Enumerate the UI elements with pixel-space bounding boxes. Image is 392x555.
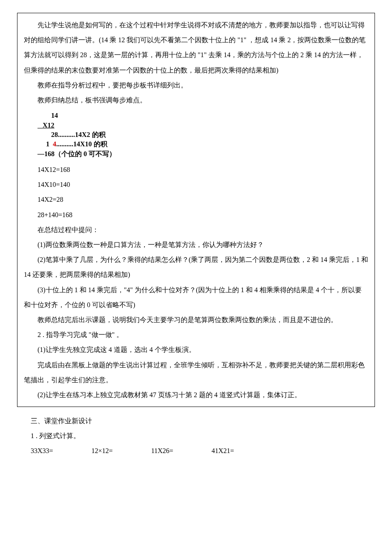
paragraph: 2 . 指导学习完成 "做一做" 。 [24, 327, 368, 342]
exercise-item: 11X26= [151, 443, 173, 458]
paragraph: (2)笔算中乘了几层，为什么？乘得的结果怎么样？(乘了两层，因为第二个因数是两位… [24, 252, 368, 282]
calc-segment: 1 [37, 140, 53, 148]
equation: 28+140=168 [24, 207, 368, 222]
calc-multiplier-underline: X12 [37, 122, 55, 129]
exercise-item: 12×12= [92, 443, 113, 458]
calc-line: 1 4..........14X10 的积 [37, 139, 368, 149]
highlighted-digit: 4 [53, 140, 56, 148]
equation: 14X10=140 [24, 177, 368, 192]
calc-line: 28..........14X2 的积 [37, 130, 368, 139]
lesson-content-box: 先让学生说他是如何写的，在这个过程中针对学生说得不对或不清楚的地方，教师要加以指… [17, 13, 375, 407]
exercise-item: 33X33= [31, 443, 53, 458]
paragraph: 在总结过程中提问： [24, 222, 368, 237]
calc-line: —168（个位的 0 可不写） [37, 149, 368, 159]
paragraph: 完成后由在黑板上做题的学生说出计算过程，全班学生倾听，互相弥补不足，教师要把关键… [24, 357, 368, 387]
paragraph: (1)让学生先独立完成这 4 道题，选出 4 个学生板演。 [24, 342, 368, 357]
exercise-row: 33X33= 12×12= 11X26= 41X21= [31, 443, 375, 458]
equation: 14X12=168 [24, 162, 368, 177]
paragraph: 教师在指导分析过程中，要把每步板书详细列出。 [24, 78, 368, 93]
section-heading: 三、课堂作业新设计 [17, 413, 375, 428]
paragraph: 教师总结完后出示课题，说明我们今天主要学习的是笔算两位数乘两位数的乘法，而且是不… [24, 312, 368, 327]
paragraph: (3)十位上的 1 和 14 乘完后，"4" 为什么和十位对齐？(因为十位上的 … [24, 282, 368, 312]
vertical-calculation: 14 X12 28..........14X2 的积 1 4..........… [37, 111, 368, 159]
paragraph: (1)两位数乘两位数一种是口算方法，一种是笔算方法，你认为哪种方法好？ [24, 237, 368, 252]
paragraph: 教师归纳总结，板书强调每步难点。 [24, 93, 368, 108]
calc-segment: ..........14X10 的积 [56, 140, 107, 148]
calc-line: 14 [37, 111, 368, 120]
paragraph: 先让学生说他是如何写的，在这个过程中针对学生说得不对或不清楚的地方，教师要加以指… [24, 17, 368, 78]
calc-line: X12 [37, 121, 368, 130]
paragraph: 1 . 列竖式计算。 [17, 428, 375, 443]
paragraph: (2)让学生在练习本上独立完成教材第 47 页练习十第 2 题的 4 道竖式计算… [24, 387, 368, 402]
exercise-item: 41X21= [212, 443, 234, 458]
equation: 14X2=28 [24, 192, 368, 207]
